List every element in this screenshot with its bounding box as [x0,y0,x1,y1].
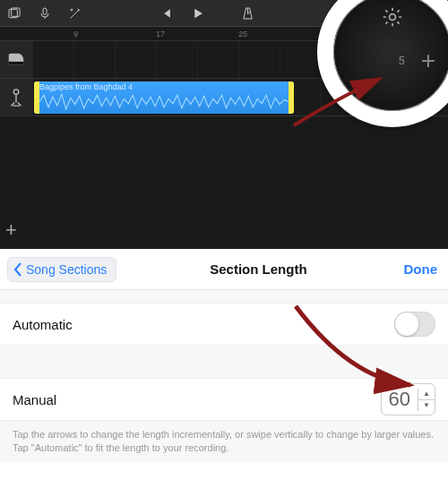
ruler-mark: 17 [156,30,197,39]
done-button[interactable]: Done [401,261,442,277]
ruler-mark: 9 [73,30,115,39]
manual-label: Manual [13,392,56,407]
clip-right-handle[interactable] [289,81,294,114]
my-songs-icon[interactable] [7,6,22,21]
clip-title: Bagpipes from Baghdad 4 [39,82,133,91]
back-button[interactable]: Song Sections [7,257,116,282]
svg-point-5 [390,14,396,21]
add-section-button[interactable]: + [421,47,435,75]
svg-point-4 [13,89,19,94]
rewind-icon[interactable] [159,6,173,21]
mic-icon[interactable] [38,6,52,21]
wand-icon[interactable] [68,6,82,21]
ruler-mark-zoom: 5 [399,55,405,67]
waveform [39,92,289,111]
automatic-toggle[interactable] [394,312,435,337]
chevron-left-icon [12,261,24,278]
svg-rect-3 [9,61,24,64]
nav-bar: Song Sections Section Length Done [0,249,448,290]
track-header-audio[interactable] [0,79,32,116]
gear-icon[interactable] [381,5,404,29]
track-header-piano[interactable] [0,41,32,78]
audio-clip[interactable]: Bagpipes from Baghdad 4 [34,81,294,114]
automatic-label: Automatic [13,317,73,332]
page-title: Section Length [116,261,400,277]
manual-row: Manual 60 ▲ ▼ [0,378,448,421]
stepper-up-icon[interactable]: ▲ [418,389,435,400]
automatic-row: Automatic [0,303,448,346]
stepper-down-icon[interactable]: ▼ [418,400,435,411]
manual-stepper[interactable]: 60 ▲ ▼ [381,383,435,415]
add-track-button[interactable]: + [5,218,17,242]
ruler-mark: 25 [238,30,280,39]
svg-rect-2 [43,8,47,14]
play-icon[interactable] [191,6,205,21]
mic-stand-icon [6,88,26,107]
manual-value[interactable]: 60 [382,388,418,411]
piano-icon [6,50,26,70]
metronome-icon[interactable] [241,6,255,21]
hint-text: Tap the arrows to change the length incr… [0,421,448,462]
back-label: Song Sections [26,262,107,277]
